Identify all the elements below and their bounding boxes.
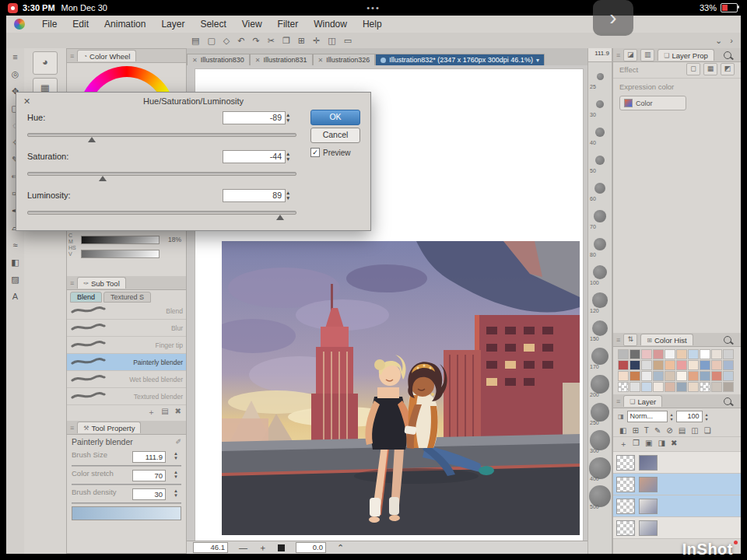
- color-swatch[interactable]: [723, 371, 734, 381]
- effect-tone-icon[interactable]: ▦: [703, 63, 717, 75]
- color-swatch[interactable]: [618, 382, 629, 392]
- menu-edit[interactable]: Edit: [65, 19, 96, 30]
- undo-icon[interactable]: ↶: [237, 33, 244, 47]
- palette-icon[interactable]: ▤: [679, 426, 686, 435]
- color-swatch[interactable]: [700, 382, 710, 392]
- brush-size-item[interactable]: 40: [588, 118, 612, 146]
- property-slider[interactable]: [72, 465, 181, 467]
- sub-tool-item[interactable]: Painterly blender: [67, 354, 186, 371]
- redo-icon[interactable]: ↷: [253, 33, 260, 47]
- text-icon[interactable]: T: [644, 426, 649, 435]
- blend-mode-dropdown[interactable]: Norm...: [627, 411, 668, 422]
- color-swatch[interactable]: [700, 360, 710, 370]
- menu-select[interactable]: Select: [192, 19, 233, 30]
- brush-size-item[interactable]: 60: [588, 174, 612, 202]
- app-icon[interactable]: [14, 19, 25, 30]
- property-stepper[interactable]: ▲▼: [174, 470, 178, 479]
- color-swatch[interactable]: [653, 382, 664, 392]
- document-tab-active[interactable]: Illustration832* (2347 x 1760px 300dpi 4…: [375, 54, 545, 65]
- grip-icon[interactable]: ≡: [70, 279, 74, 287]
- color-swatch[interactable]: [618, 349, 629, 359]
- color-swatch[interactable]: [676, 360, 687, 370]
- color-swatch[interactable]: [676, 382, 687, 392]
- color-swatch[interactable]: [641, 349, 652, 359]
- color-swatch[interactable]: [641, 382, 652, 392]
- artwork-image[interactable]: [222, 241, 580, 535]
- fps-value[interactable]: 0.0: [296, 542, 326, 553]
- color-swatch[interactable]: [711, 349, 722, 359]
- field-stepper[interactable]: ▲▼: [286, 151, 290, 162]
- slider-thumb[interactable]: [88, 137, 96, 142]
- chevron-down-icon[interactable]: ▾: [536, 57, 539, 64]
- color-swatch[interactable]: [641, 371, 652, 381]
- snap-icon[interactable]: ✛: [313, 33, 320, 47]
- grip-icon[interactable]: ≡: [70, 424, 74, 432]
- grid-icon[interactable]: ⊞: [298, 33, 305, 47]
- color-swatch[interactable]: [676, 371, 687, 381]
- grid-icon[interactable]: ⊞: [632, 426, 638, 435]
- stepper-up-icon[interactable]: ▲: [286, 151, 290, 156]
- layer-row[interactable]: [613, 452, 741, 474]
- color-swatch[interactable]: [688, 349, 699, 359]
- property-stepper[interactable]: ▲▼: [174, 451, 178, 460]
- layer-row[interactable]: [613, 474, 741, 495]
- panels-icon[interactable]: ▤: [191, 33, 199, 47]
- document-tab[interactable]: ✕Illustration830: [187, 54, 250, 65]
- color-wheel-panel-icon[interactable]: ◕: [33, 51, 58, 75]
- chevron-up-icon[interactable]: ⌃: [337, 543, 344, 552]
- chevron-right-icon[interactable]: ›: [730, 33, 733, 47]
- menu-animation[interactable]: Animation: [96, 19, 153, 30]
- panel-icon-2[interactable]: ▥: [640, 49, 654, 61]
- property-stepper[interactable]: ▲▼: [174, 488, 178, 498]
- grip-icon[interactable]: ≡: [616, 51, 620, 59]
- slider-track[interactable]: [27, 211, 296, 215]
- zoom-value[interactable]: 46.1: [193, 542, 228, 553]
- new-layer-icon[interactable]: ＋: [619, 439, 627, 450]
- clip-icon[interactable]: ◧: [619, 426, 626, 435]
- color-swatch[interactable]: [711, 382, 722, 392]
- copy-icon[interactable]: ❐: [282, 33, 290, 47]
- brush-size-current[interactable]: 111.9: [588, 48, 612, 62]
- field-value-input[interactable]: 89: [223, 189, 286, 202]
- tab-layer[interactable]: ❏ Layer: [623, 395, 662, 407]
- color-swatch[interactable]: [653, 360, 664, 370]
- lock-icon[interactable]: ⊘: [666, 426, 672, 435]
- color-swatch[interactable]: [711, 371, 722, 381]
- menu-layer[interactable]: Layer: [153, 19, 192, 30]
- sub-tool-item[interactable]: Finger tip: [67, 337, 186, 354]
- color-swatch[interactable]: [723, 349, 734, 359]
- zoom-in-button[interactable]: ＋: [258, 543, 267, 552]
- fill-tool[interactable]: ◧: [9, 257, 22, 268]
- color-swatch[interactable]: [665, 382, 675, 392]
- dialog-title[interactable]: Hue/Saturation/Luminosity: [16, 96, 370, 106]
- menu-window[interactable]: Window: [306, 19, 355, 30]
- stepper-down-icon[interactable]: ▼: [286, 195, 290, 201]
- menu-filter[interactable]: Filter: [270, 19, 307, 30]
- slider-thumb[interactable]: [276, 215, 284, 220]
- wrench-icon[interactable]: ✐: [175, 438, 181, 446]
- sub-tool-item[interactable]: Wet bleed blender: [67, 371, 186, 388]
- zoom-tool[interactable]: ◎: [9, 68, 22, 80]
- ok-button[interactable]: OK: [310, 110, 360, 125]
- color-slider-bar-2[interactable]: [81, 250, 160, 258]
- search-icon[interactable]: [724, 336, 731, 344]
- brush-size-item[interactable]: 300: [588, 426, 612, 454]
- color-swatch[interactable]: [618, 360, 629, 370]
- color-swatch[interactable]: [665, 349, 675, 359]
- color-swatch[interactable]: [665, 371, 675, 381]
- field-slider[interactable]: [27, 209, 296, 219]
- color-swatch[interactable]: [700, 371, 710, 381]
- color-slider-tab[interactable]: CMHSV: [68, 233, 76, 257]
- effect-none-icon[interactable]: ◻: [686, 63, 700, 75]
- color-swatch[interactable]: [618, 371, 629, 381]
- color-swatch[interactable]: [688, 360, 699, 370]
- folder-icon[interactable]: ▤: [161, 407, 168, 419]
- close-icon[interactable]: ✕: [192, 57, 198, 64]
- color-swatch[interactable]: [665, 360, 675, 370]
- field-stepper[interactable]: ▲▼: [286, 112, 290, 123]
- stop-button[interactable]: [278, 544, 285, 551]
- mask-icon[interactable]: ◨: [658, 439, 665, 450]
- search-icon[interactable]: [724, 51, 731, 59]
- blend-stepper[interactable]: ▴▾: [671, 412, 673, 422]
- delete-subtool-icon[interactable]: ✖: [175, 407, 181, 419]
